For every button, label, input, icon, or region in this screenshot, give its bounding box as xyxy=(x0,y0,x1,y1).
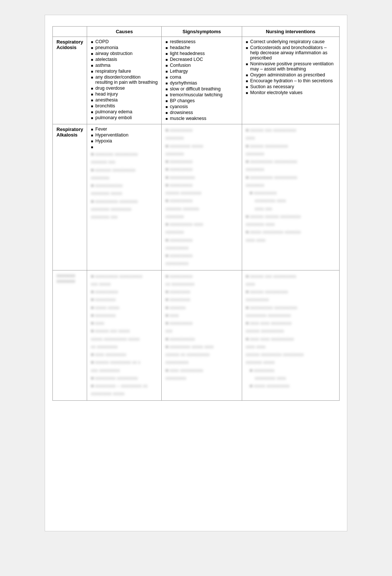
list-item: ■Encourage hydration – to thin secretion… xyxy=(246,78,336,83)
cause-text: drug overdose xyxy=(95,86,125,91)
bullet-icon: ■ xyxy=(91,145,93,149)
bullet-icon: ■ xyxy=(91,133,93,137)
bullet-icon: ■ xyxy=(91,92,93,96)
sign-text: coma xyxy=(170,75,181,80)
bullet-icon: ■ xyxy=(246,85,248,89)
table-row-respiratory-acidosis: RespiratoryAcidosis ■COPD ■pneumonia ■ai… xyxy=(53,37,340,124)
causes-blurred-metabolic: ■ xxxxxxxxxx xxxxxxxxxx xxx xxxxx ■ xxxx… xyxy=(91,273,158,398)
list-item: ■pulmonary edema xyxy=(91,109,158,114)
cause-text: pneumonia xyxy=(95,45,118,50)
nursing-text: Monitor electrolyte values xyxy=(250,90,303,95)
cause-text: Hyperventilation xyxy=(95,132,128,138)
nursing-cell-respiratory-alkalosis: ■ xxxxxx xxx xxxxxxxxxx xxxx ■ xxxxxx xx… xyxy=(242,124,339,270)
condition-label-metabolic: xxxxxxxxxxxxxx xyxy=(53,270,87,400)
bullet-icon: ■ xyxy=(165,75,168,79)
cause-text: anesthesia xyxy=(95,97,117,103)
nursing-blurred-metabolic: ■ xxxxxx xxx xxxxxxxxxx xxxx ■ xxxxxx xx… xyxy=(246,273,336,390)
col-header-causes: Causes xyxy=(87,27,162,37)
list-item: ■pneumonia xyxy=(91,45,158,50)
table-row-respiratory-alkalosis: RespiratoryAlkalosis ■Fever ■Hyperventil… xyxy=(53,124,340,270)
bullet-icon: ■ xyxy=(165,46,168,50)
sign-text: Confusion xyxy=(170,63,190,68)
bullet-icon: ■ xyxy=(165,111,168,115)
nursing-text: Encourage hydration – to thin secretions xyxy=(250,78,333,83)
list-item: ■Confusion xyxy=(165,63,238,68)
bullet-icon: ■ xyxy=(91,52,93,56)
bullet-icon: ■ xyxy=(91,127,93,131)
causes-cell-respiratory-alkalosis: ■Fever ■Hyperventilation ■Hypoxia ■ ■ xx… xyxy=(87,124,162,270)
bullet-icon: ■ xyxy=(91,104,93,108)
nursing-cell-respiratory-acidosis: ■Correct underlying respiratory cause ■C… xyxy=(242,37,339,124)
sign-text: tremor/muscular twitching xyxy=(170,92,222,97)
bullet-icon: ■ xyxy=(246,79,248,83)
list-item: ■Fever xyxy=(91,127,158,132)
bullet-icon: ■ xyxy=(91,86,93,90)
list-item: ■drowsiness xyxy=(165,110,238,115)
bullet-icon: ■ xyxy=(91,40,93,44)
cause-text: any disorder/condition resulting in pain… xyxy=(95,75,158,85)
bullet-icon: ■ xyxy=(165,117,168,121)
list-item: ■Noninvasive positive pressure ventilati… xyxy=(246,61,336,72)
list-item: ■light headedness xyxy=(165,51,238,56)
bullet-icon: ■ xyxy=(246,40,248,44)
list-item: ■muscle weakness xyxy=(165,116,238,121)
cause-text: airway obstruction xyxy=(95,51,133,56)
list-item: ■pulmonary emboli xyxy=(91,115,158,120)
list-item: ■Corticosteroids and bronchodilators – h… xyxy=(246,45,336,61)
list-item: ■BP changes xyxy=(165,98,238,103)
bullet-icon: ■ xyxy=(91,98,93,102)
bullet-icon: ■ xyxy=(91,116,93,120)
list-item: ■Hyperventilation xyxy=(91,132,158,138)
causes-list-respiratory-alkalosis-clear: ■Fever ■Hyperventilation ■Hypoxia ■ xyxy=(91,127,158,149)
bullet-icon: ■ xyxy=(165,81,168,85)
causes-cell-metabolic: ■ xxxxxxxxxx xxxxxxxxxx xxx xxxxx ■ xxxx… xyxy=(87,270,162,400)
condition-label-respiratory-acidosis: RespiratoryAcidosis xyxy=(53,37,87,124)
signs-cell-respiratory-acidosis: ■restlessness ■headache ■light headednes… xyxy=(162,37,242,124)
cause-text: atelectasis xyxy=(95,57,117,62)
list-item: ■bronchitis xyxy=(91,103,158,108)
list-item: ■Suction as necessary xyxy=(246,84,336,89)
cause-text: asthma xyxy=(95,63,110,68)
bullet-icon: ■ xyxy=(165,99,168,103)
list-item: ■asthma xyxy=(91,63,158,68)
nursing-blurred-respiratory-alkalosis: ■ xxxxxx xxx xxxxxxxxxx xxxx ■ xxxxxx xx… xyxy=(246,127,336,244)
sign-text: light headedness xyxy=(170,51,205,56)
list-item: ■drug overdose xyxy=(91,86,158,91)
signs-blurred-respiratory-alkalosis: ■ xxxxxxxxxx xxxxxxxx ■ xxxxxxxxx xxxxx … xyxy=(165,127,238,268)
bullet-icon: ■ xyxy=(165,58,168,62)
list-item: ■Correct underlying respiratory cause xyxy=(246,39,336,44)
list-item: ■Lethargy xyxy=(165,69,238,74)
sign-text: Decreased LOC xyxy=(170,57,203,62)
nursing-cell-metabolic: ■ xxxxxx xxx xxxxxxxxxx xxxx ■ xxxxxx xx… xyxy=(242,270,339,400)
list-item: ■ xyxy=(91,144,158,149)
bullet-icon: ■ xyxy=(91,69,93,73)
col-header-nursing: Nursing interventions xyxy=(242,27,339,37)
list-item: ■airway obstruction xyxy=(91,51,158,56)
sign-text: Lethargy xyxy=(170,69,188,74)
list-item: ■Decreased LOC xyxy=(165,57,238,62)
page: Causes Signs/symptoms Nursing interventi… xyxy=(45,15,347,531)
cause-text: COPD xyxy=(95,39,109,44)
list-item: ■Monitor electrolyte values xyxy=(246,90,336,95)
bullet-icon: ■ xyxy=(246,73,248,77)
sign-text: headache xyxy=(170,45,190,50)
list-item: ■head injury xyxy=(91,92,158,97)
list-item: ■respiratory failure xyxy=(91,69,158,74)
bullet-icon: ■ xyxy=(165,105,168,109)
condition-label-respiratory-alkalosis: RespiratoryAlkalosis xyxy=(53,124,87,270)
col-header-condition xyxy=(53,27,87,37)
sign-text: restlessness xyxy=(170,39,195,44)
cause-text: head injury xyxy=(95,92,118,97)
cause-text: Hypoxia xyxy=(95,138,112,144)
bullet-icon: ■ xyxy=(165,40,168,44)
cause-text: pulmonary emboli xyxy=(95,115,132,120)
nursing-text: Oxygen administration as prescribed xyxy=(250,72,325,77)
acid-base-table: Causes Signs/symptoms Nursing interventi… xyxy=(52,26,340,401)
cause-text: bronchitis xyxy=(95,103,115,108)
bullet-icon: ■ xyxy=(91,139,93,143)
bullet-icon: ■ xyxy=(246,62,248,66)
list-item: ■COPD xyxy=(91,39,158,44)
col-header-signs: Signs/symptoms xyxy=(162,27,242,37)
nursing-list-respiratory-acidosis: ■Correct underlying respiratory cause ■C… xyxy=(246,39,336,95)
bullet-icon: ■ xyxy=(165,69,168,73)
